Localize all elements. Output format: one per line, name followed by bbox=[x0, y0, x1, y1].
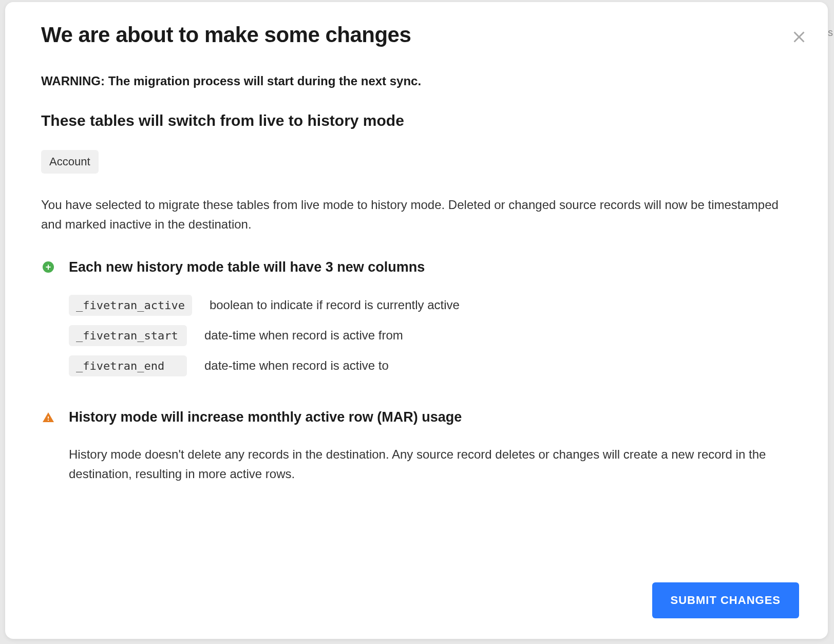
close-icon bbox=[790, 28, 808, 46]
column-row: _fivetran_start date-time when record is… bbox=[69, 325, 792, 346]
column-name: _fivetran_end bbox=[69, 355, 187, 376]
warning-icon-wrap bbox=[41, 409, 55, 424]
column-description: date-time when record is active from bbox=[204, 328, 403, 343]
plus-icon-wrap bbox=[41, 259, 55, 273]
confirmation-modal: We are about to make some changes WARNIN… bbox=[5, 2, 828, 639]
new-columns-section: Each new history mode table will have 3 … bbox=[41, 259, 792, 386]
mar-usage-heading: History mode will increase monthly activ… bbox=[69, 409, 792, 425]
column-description: boolean to indicate if record is current… bbox=[210, 298, 460, 312]
modal-footer: SUBMIT CHANGES bbox=[652, 582, 799, 618]
new-columns-heading: Each new history mode table will have 3 … bbox=[69, 259, 792, 275]
table-chip: Account bbox=[41, 150, 99, 174]
mar-usage-description: History mode doesn't delete any records … bbox=[69, 445, 792, 484]
submit-changes-button[interactable]: SUBMIT CHANGES bbox=[652, 582, 799, 618]
switch-mode-description: You have selected to migrate these table… bbox=[41, 195, 792, 235]
modal-title: We are about to make some changes bbox=[41, 23, 792, 47]
plus-circle-icon bbox=[43, 261, 54, 273]
column-name: _fivetran_start bbox=[69, 325, 187, 346]
migration-warning: WARNING: The migration process will star… bbox=[41, 74, 792, 88]
columns-table: _fivetran_active boolean to indicate if … bbox=[69, 295, 792, 376]
close-button[interactable] bbox=[789, 27, 809, 47]
column-description: date-time when record is active to bbox=[204, 358, 389, 373]
warning-triangle-icon bbox=[42, 411, 54, 424]
mar-usage-section: History mode will increase monthly activ… bbox=[41, 409, 792, 484]
switch-mode-heading: These tables will switch from live to hi… bbox=[41, 112, 792, 129]
column-row: _fivetran_active boolean to indicate if … bbox=[69, 295, 792, 316]
column-row: _fivetran_end date-time when record is a… bbox=[69, 355, 792, 376]
background-text-fragment: s bbox=[828, 27, 833, 39]
column-name: _fivetran_active bbox=[69, 295, 192, 316]
